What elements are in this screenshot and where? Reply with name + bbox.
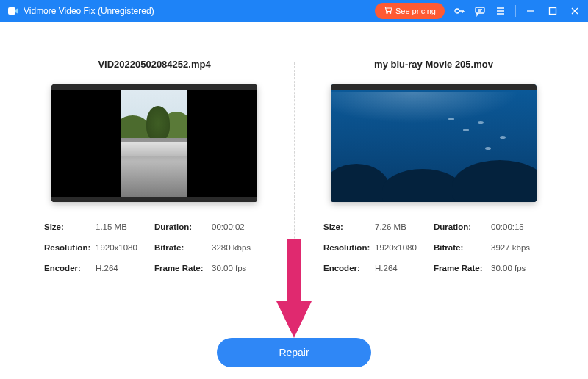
meta-value-resolution: 1920x1080 <box>96 243 154 252</box>
meta-value-bitrate: 3927 kbps <box>491 243 544 252</box>
titlebar-right: See pricing <box>375 3 581 19</box>
meta-label-bitrate: Bitrate: <box>154 243 212 252</box>
meta-label-framerate: Frame Rate: <box>154 264 212 272</box>
app-title: Vidmore Video Fix (Unregistered) <box>24 6 154 16</box>
sample-meta: Size: 7.26 MB Duration: 00:00:15 Resolut… <box>323 223 544 272</box>
svg-rect-0 <box>8 7 15 15</box>
meta-value-encoder: H.264 <box>375 264 434 272</box>
menu-icon[interactable] <box>495 5 506 17</box>
meta-value-size: 7.26 MB <box>375 223 434 231</box>
source-meta: Size: 1.15 MB Duration: 00:00:02 Resolut… <box>44 223 265 272</box>
cart-icon <box>384 6 392 16</box>
sample-thumbnail[interactable] <box>331 84 537 202</box>
sample-video-panel: my blu-ray Movie 205.mov Size: 7.26 MB D… <box>323 59 544 338</box>
meta-value-bitrate: 3280 kbps <box>212 243 265 252</box>
meta-label-bitrate: Bitrate: <box>434 243 491 252</box>
svg-point-2 <box>390 12 391 14</box>
meta-value-encoder: H.264 <box>96 264 154 272</box>
see-pricing-button[interactable]: See pricing <box>375 3 445 19</box>
see-pricing-label: See pricing <box>395 7 436 15</box>
meta-value-duration: 00:00:15 <box>491 223 544 231</box>
action-bar: Repair <box>0 338 588 367</box>
maximize-button[interactable] <box>547 5 559 17</box>
meta-label-resolution: Resolution: <box>44 243 96 252</box>
meta-value-size: 1.15 MB <box>96 223 154 231</box>
svg-rect-4 <box>476 7 484 13</box>
feedback-icon[interactable] <box>474 5 486 17</box>
main-content: VID20220502084252.mp4 Size: 1.15 MB Dura… <box>0 22 588 338</box>
meta-label-duration: Duration: <box>154 223 212 231</box>
meta-label-encoder: Encoder: <box>44 264 96 272</box>
titlebar-left: Vidmore Video Fix (Unregistered) <box>7 5 154 17</box>
sample-filename: my blu-ray Movie 205.mov <box>323 59 544 70</box>
panel-divider <box>294 62 295 312</box>
key-icon[interactable] <box>453 5 465 17</box>
repair-button[interactable]: Repair <box>217 338 371 367</box>
meta-value-framerate: 30.00 fps <box>491 264 544 272</box>
svg-rect-5 <box>550 8 556 15</box>
meta-value-duration: 00:00:02 <box>212 223 265 231</box>
source-video-panel: VID20220502084252.mp4 Size: 1.15 MB Dura… <box>44 59 265 338</box>
close-button[interactable] <box>569 5 581 17</box>
meta-label-resolution: Resolution: <box>323 243 375 252</box>
svg-point-3 <box>455 9 459 13</box>
minimize-button[interactable] <box>525 5 537 17</box>
source-filename: VID20220502084252.mp4 <box>44 59 265 70</box>
meta-label-encoder: Encoder: <box>323 264 375 272</box>
meta-value-framerate: 30.00 fps <box>212 264 265 272</box>
meta-label-size: Size: <box>44 223 96 231</box>
window-controls <box>525 5 581 17</box>
meta-label-duration: Duration: <box>434 223 491 231</box>
source-thumbnail[interactable] <box>51 84 257 202</box>
titlebar-separator <box>515 5 516 17</box>
app-logo-icon <box>7 5 19 17</box>
meta-value-resolution: 1920x1080 <box>375 243 434 252</box>
titlebar: Vidmore Video Fix (Unregistered) See pri… <box>0 0 588 22</box>
meta-label-size: Size: <box>323 223 375 231</box>
svg-point-1 <box>387 12 388 14</box>
meta-label-framerate: Frame Rate: <box>434 264 491 272</box>
